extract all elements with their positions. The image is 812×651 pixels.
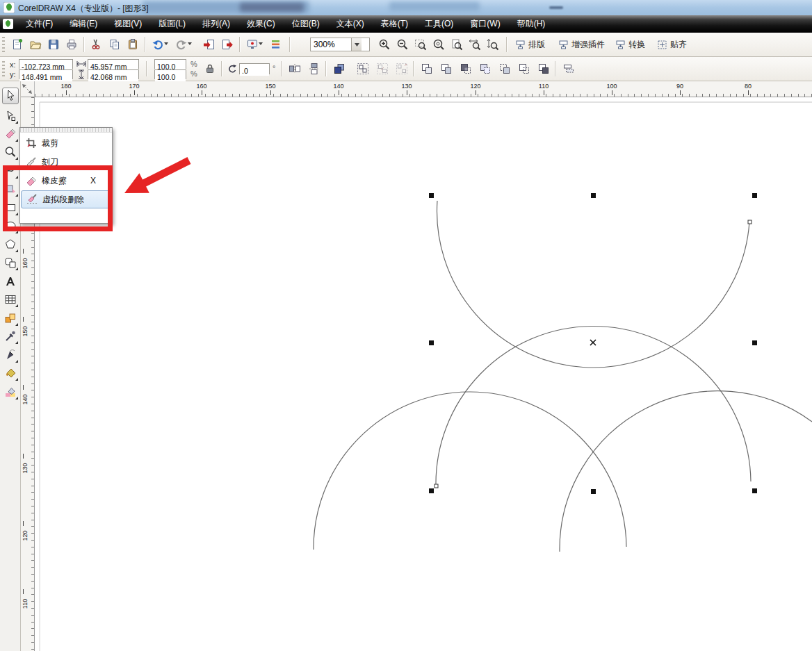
object-width-field[interactable] xyxy=(88,59,139,69)
redo-dropdown-arrow[interactable] xyxy=(188,42,192,45)
intersect-button[interactable] xyxy=(457,60,474,77)
simplify-button[interactable] xyxy=(477,60,494,77)
menu-view[interactable]: 视图(V) xyxy=(106,15,150,33)
object-height-field[interactable] xyxy=(88,69,139,79)
tool-text[interactable] xyxy=(2,273,19,290)
launcher-dropdown-arrow[interactable] xyxy=(259,42,263,45)
propbar-drag-handle[interactable] xyxy=(2,61,5,77)
to-front-button[interactable] xyxy=(331,60,348,77)
paste-button[interactable] xyxy=(124,35,142,53)
welcome-screen-button[interactable] xyxy=(267,35,285,53)
selection-handle-top-left[interactable] xyxy=(429,193,434,198)
selection-handle-bottom-right[interactable] xyxy=(752,488,757,493)
selection-handle-middle-right[interactable] xyxy=(752,340,757,345)
menu-edit[interactable]: 编辑(E) xyxy=(61,15,106,33)
object-height-input[interactable] xyxy=(88,73,138,81)
import-button[interactable] xyxy=(200,35,218,53)
back-minus-front-button[interactable] xyxy=(516,60,533,77)
menu-effects[interactable]: 效果(C) xyxy=(238,15,284,33)
x-position-field[interactable] xyxy=(19,59,73,69)
flyout-drag-handle[interactable] xyxy=(20,128,112,133)
menu-bitmaps[interactable]: 位图(B) xyxy=(284,15,328,33)
copy-button[interactable] xyxy=(106,35,124,53)
ungroup-all-button[interactable] xyxy=(393,60,410,77)
tool-blend[interactable] xyxy=(2,310,19,327)
front-minus-back-button[interactable] xyxy=(496,60,513,77)
curve-end-node[interactable] xyxy=(435,484,438,488)
bottom-left-circle-arc[interactable] xyxy=(314,392,626,550)
tool-table[interactable] xyxy=(2,291,19,308)
snap-panel-button[interactable]: 贴齐 xyxy=(653,36,690,53)
drawing-canvas[interactable] xyxy=(35,97,812,651)
zoom-out-button[interactable] xyxy=(393,35,412,53)
save-button[interactable] xyxy=(44,35,63,53)
undo-dropdown-arrow[interactable] xyxy=(164,42,168,45)
horizontal-ruler[interactable]: 180 170 160 150 140 130 120 110 100 90 8… xyxy=(35,81,812,97)
selection-handle-top-center[interactable] xyxy=(591,193,596,198)
selection-handle-top-right[interactable] xyxy=(752,193,757,198)
selection-handle-middle-left[interactable] xyxy=(429,340,434,345)
group-button[interactable] xyxy=(355,60,371,77)
typesetting-panel-button[interactable]: 排版 xyxy=(512,36,549,53)
zoom-level-input[interactable] xyxy=(311,38,351,51)
lock-ratio-button[interactable] xyxy=(202,60,218,77)
selected-arc-bottom[interactable] xyxy=(436,326,751,486)
trim-button[interactable] xyxy=(438,60,455,77)
hruler-label: 180 xyxy=(56,83,76,95)
new-document-button[interactable] xyxy=(8,35,26,53)
zoom-in-button[interactable] xyxy=(375,35,393,53)
tool-polygon[interactable] xyxy=(2,236,19,253)
curve-start-node[interactable] xyxy=(748,220,752,224)
selection-handle-bottom-left[interactable] xyxy=(429,488,434,493)
zoom-combo-dropdown[interactable] xyxy=(351,38,362,51)
zoom-to-all-button[interactable] xyxy=(430,35,448,53)
menu-arrange[interactable]: 排列(A) xyxy=(194,15,238,33)
menu-layout[interactable]: 版面(L) xyxy=(150,15,194,33)
cut-button[interactable] xyxy=(88,35,106,53)
export-button[interactable] xyxy=(218,35,236,53)
scale-h-field[interactable] xyxy=(154,59,186,69)
mirror-horizontal-button[interactable] xyxy=(286,60,303,77)
tool-outline[interactable] xyxy=(2,347,19,363)
selection-center-x-marker[interactable] xyxy=(590,340,596,345)
zoom-to-page-width-button[interactable] xyxy=(466,35,484,53)
tool-interactive-fill[interactable] xyxy=(2,384,19,400)
y-position-input[interactable] xyxy=(19,73,72,81)
ruler-origin-corner[interactable] xyxy=(21,81,35,97)
menu-help[interactable]: 帮助(H) xyxy=(509,15,554,33)
scale-v-field[interactable] xyxy=(154,69,186,79)
tool-crop-group[interactable] xyxy=(2,126,19,142)
ungroup-button[interactable] xyxy=(374,60,391,77)
flyout-item-crop[interactable]: 裁剪 xyxy=(21,134,111,152)
rotation-angle-input[interactable] xyxy=(240,66,269,76)
scale-v-input[interactable] xyxy=(155,73,186,81)
zoom-level-combo[interactable] xyxy=(310,38,370,51)
wrap-paragraph-text-button[interactable] xyxy=(560,60,577,77)
menu-tools[interactable]: 工具(O) xyxy=(416,15,462,33)
print-button[interactable] xyxy=(63,35,81,53)
tool-fill[interactable] xyxy=(2,365,19,381)
tool-pick[interactable] xyxy=(2,88,19,104)
tool-eyedropper[interactable] xyxy=(2,328,19,345)
rotation-angle-field[interactable] xyxy=(239,63,270,74)
create-boundary-button[interactable] xyxy=(535,60,552,77)
tool-shape[interactable] xyxy=(2,108,19,124)
mirror-vertical-button[interactable] xyxy=(306,60,323,77)
zoom-to-selection-button[interactable] xyxy=(412,35,430,53)
convert-panel-button[interactable]: 转换 xyxy=(612,36,649,53)
toolbar-drag-handle[interactable] xyxy=(2,37,5,53)
zoom-to-page-height-button[interactable] xyxy=(484,35,502,53)
selection-handle-bottom-center[interactable] xyxy=(591,489,596,494)
menu-text[interactable]: 文本(X) xyxy=(328,15,373,33)
tool-zoom[interactable] xyxy=(2,144,19,160)
bottom-right-circle-arc[interactable] xyxy=(560,391,812,552)
menu-table[interactable]: 表格(T) xyxy=(373,15,416,33)
menu-window[interactable]: 窗口(W) xyxy=(462,15,508,33)
tool-basic-shapes[interactable] xyxy=(2,254,19,271)
menu-file[interactable]: 文件(F) xyxy=(17,15,61,33)
y-position-field[interactable] xyxy=(19,69,73,79)
open-button[interactable] xyxy=(26,35,44,53)
weld-button[interactable] xyxy=(419,60,435,77)
zoom-to-page-button[interactable] xyxy=(448,35,466,53)
plugins-panel-button[interactable]: 增强插件 xyxy=(555,36,608,53)
